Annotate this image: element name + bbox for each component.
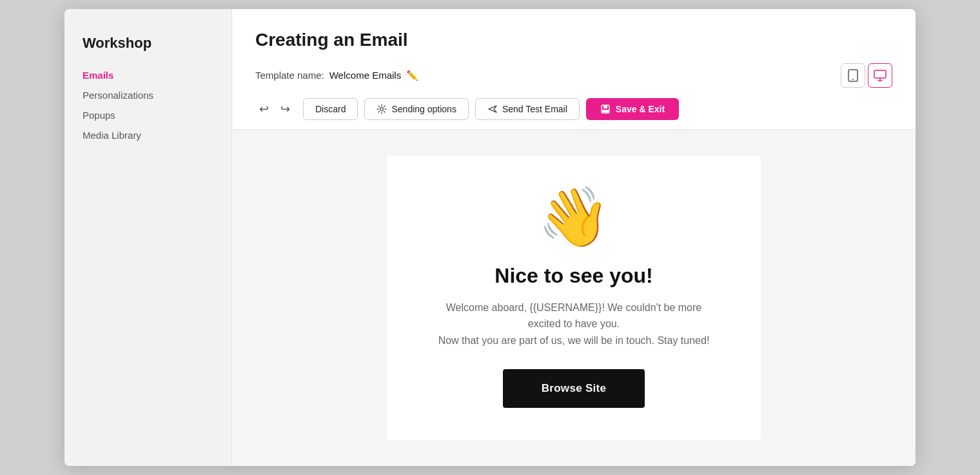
sidebar-item-personalizations[interactable]: Personalizations [83, 90, 213, 101]
view-toggles [841, 63, 892, 88]
svg-rect-5 [603, 105, 607, 108]
mobile-view-toggle[interactable] [841, 63, 865, 88]
sidebar-nav: Emails Personalizations Popups Media Lib… [83, 70, 213, 141]
discard-button[interactable]: Discard [303, 98, 358, 120]
svg-point-1 [852, 79, 854, 80]
send-test-label: Send Test Email [502, 104, 567, 114]
app-window: Workshop Emails Personalizations Popups … [64, 9, 916, 467]
sidebar-item-media-library[interactable]: Media Library [83, 130, 213, 141]
main-area: Creating an Email Template name: Welcome… [232, 9, 916, 467]
template-name-group: Template name: Welcome Emails ✏️ [255, 70, 418, 81]
save-exit-label: Save & Exit [616, 104, 665, 114]
save-exit-button[interactable]: Save & Exit [586, 98, 679, 120]
email-headline: Nice to see you! [495, 264, 652, 288]
sidebar-item-popups[interactable]: Popups [83, 110, 213, 121]
email-body-line2: Now that you are part of us, we will be … [438, 335, 710, 346]
undo-button[interactable]: ↩ [255, 99, 273, 119]
svg-point-3 [380, 107, 384, 110]
sidebar-title: Workshop [83, 35, 213, 52]
email-body-line1: Welcome aboard, {{USERNAME}}! We couldn'… [446, 302, 701, 330]
send-test-email-button[interactable]: Send Test Email [475, 98, 580, 120]
email-card: 👋 Nice to see you! Welcome aboard, {{USE… [387, 156, 761, 441]
page-title: Creating an Email [255, 30, 892, 50]
desktop-view-toggle[interactable] [868, 63, 892, 88]
sending-options-label: Sending options [391, 104, 456, 114]
email-preview-area: 👋 Nice to see you! Welcome aboard, {{USE… [232, 130, 916, 467]
sidebar: Workshop Emails Personalizations Popups … [64, 9, 232, 467]
wave-emoji-icon: 👋 [538, 188, 610, 246]
send-icon [487, 105, 498, 114]
sending-options-button[interactable]: Sending options [364, 98, 468, 120]
template-row: Template name: Welcome Emails ✏️ [255, 63, 892, 88]
svg-rect-2 [874, 70, 886, 78]
edit-icon[interactable]: ✏️ [406, 70, 418, 81]
main-header: Creating an Email Template name: Welcome… [232, 9, 916, 130]
email-body-text: Welcome aboard, {{USERNAME}}! We couldn'… [432, 299, 716, 349]
gear-icon [377, 104, 387, 114]
toolbar-row: ↩ ↪ Discard Sending options [255, 98, 892, 129]
template-label: Template name: [255, 70, 324, 81]
browse-site-button[interactable]: Browse Site [503, 369, 645, 408]
discard-label: Discard [315, 104, 346, 114]
save-icon [600, 104, 611, 114]
sidebar-item-emails[interactable]: Emails [83, 70, 213, 81]
redo-button[interactable]: ↪ [277, 99, 294, 119]
template-name-value: Welcome Emails [329, 70, 401, 81]
svg-rect-6 [602, 110, 609, 112]
undo-redo-group: ↩ ↪ [255, 99, 294, 119]
